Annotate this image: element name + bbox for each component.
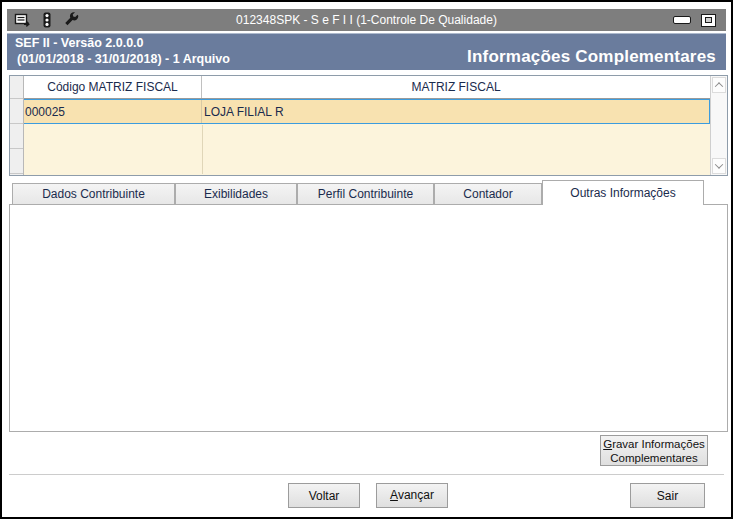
title-bar: 012348SPK - S e F I I (1-Controle De Qua… bbox=[7, 9, 726, 31]
application-window: 012348SPK - S e F I I (1-Controle De Qua… bbox=[0, 0, 733, 519]
voltar-button[interactable]: Voltar bbox=[288, 483, 360, 508]
matriz-fiscal-grid: Código MATRIZ FISCAL MATRIZ FISCAL 00002… bbox=[9, 75, 728, 176]
tab-dados-contribuinte[interactable]: Dados Contribuinte bbox=[12, 183, 175, 204]
period-info: (01/01/2018 - 31/01/2018) - 1 Arquivo bbox=[17, 52, 230, 66]
minimize-button[interactable] bbox=[673, 16, 691, 24]
header-band: SEF II - Versão 2.0.0.0 (01/01/2018 - 31… bbox=[7, 33, 726, 70]
restore-button[interactable] bbox=[701, 14, 716, 27]
table-row[interactable]: 000025 LOJA FILIAL R bbox=[24, 99, 710, 124]
grid-header: Código MATRIZ FISCAL MATRIZ FISCAL bbox=[24, 76, 710, 99]
gravar-informacoes-button[interactable]: Gravar Informações Complementares bbox=[600, 435, 708, 466]
grid-row-gutter bbox=[10, 76, 24, 175]
window-title: 012348SPK - S e F I I (1-Controle De Qua… bbox=[7, 13, 726, 27]
column-header-codigo[interactable]: Código MATRIZ FISCAL bbox=[24, 76, 202, 98]
tab-outras-informacoes[interactable]: Outras Informações bbox=[542, 180, 704, 205]
column-header-matriz[interactable]: MATRIZ FISCAL bbox=[202, 76, 710, 98]
page-title: Informações Complementares bbox=[467, 47, 716, 67]
grid-column-divider bbox=[202, 125, 203, 174]
cell-codigo: 000025 bbox=[24, 100, 202, 123]
tab-panel-outras-informacoes bbox=[9, 204, 728, 432]
sair-button[interactable]: Sair bbox=[630, 483, 705, 508]
app-version: SEF II - Versão 2.0.0.0 bbox=[15, 36, 144, 50]
avancar-button[interactable]: Avançar bbox=[376, 483, 448, 508]
footer-separator bbox=[9, 474, 724, 475]
tab-exibilidades[interactable]: Exibilidades bbox=[175, 183, 297, 204]
scrollbar-down-icon[interactable] bbox=[712, 158, 726, 174]
tab-perfil-contribuinte[interactable]: Perfil Contribuinte bbox=[297, 183, 434, 204]
restore-icon bbox=[705, 17, 712, 23]
tab-contador[interactable]: Contador bbox=[434, 183, 542, 204]
cell-matriz: LOJA FILIAL R bbox=[202, 100, 709, 123]
scrollbar-up-icon[interactable] bbox=[712, 77, 726, 93]
grid-scrollbar[interactable] bbox=[710, 76, 727, 175]
